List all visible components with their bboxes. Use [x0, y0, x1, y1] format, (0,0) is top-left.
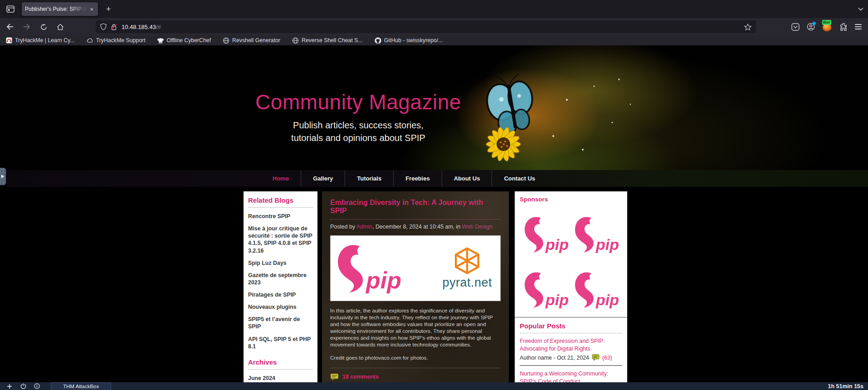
pyrat-logo: pyrat.net	[442, 247, 492, 290]
split-view-handle[interactable]	[0, 168, 6, 185]
article-title[interactable]: Embracing Diversity in Tech: A Journey w…	[330, 199, 501, 219]
page-viewport: Community Magazine Publish articles, suc…	[0, 45, 868, 382]
comment-count-link[interactable]: (63)	[602, 355, 612, 361]
info-icon[interactable]	[30, 383, 44, 389]
site-title: Community Magazine	[200, 90, 517, 114]
shield-icon[interactable]	[100, 23, 107, 30]
attackbox-tab[interactable]: THM AttackBox	[51, 382, 111, 390]
globe-icon	[223, 37, 229, 44]
tab-close-icon[interactable]: ×	[88, 6, 95, 13]
nav-item-freebies[interactable]: Freebies	[393, 170, 441, 187]
author-link[interactable]: Admin	[356, 224, 372, 230]
sponsors-heading: Sponsors	[520, 196, 622, 203]
sponsor-spip-logo[interactable]: pip	[521, 263, 571, 309]
menu-hamburger-icon[interactable]	[855, 24, 862, 29]
tab-title: Publisher's Pulse: SPIP Insigh	[25, 6, 88, 12]
related-blog-link[interactable]: API SQL, SPIP 5 et PHP 8.1	[248, 336, 313, 350]
bookmarks-bar: TryHackMe | Learn Cy... TryHackMe Suppor…	[0, 35, 868, 45]
bookmark-cyberchef[interactable]: Offline CyberChef	[157, 37, 211, 44]
popular-post-link[interactable]: Nurturing a Welcoming Community: SPIP's …	[520, 370, 622, 382]
attackbox-screen: Publisher's Pulse: SPIP Insigh × +	[0, 0, 868, 390]
article-credit: Credit goes to photovaco.com for photos.	[330, 355, 501, 361]
divider	[330, 368, 501, 368]
related-blog-link[interactable]: SPIP5 et l’avenir de SPIP	[248, 316, 313, 330]
nav-item-tutorials[interactable]: Tutorials	[345, 170, 393, 187]
comments-link[interactable]: 18 comments	[342, 374, 379, 380]
bookmark-github-swisskyrepo[interactable]: GitHub - swisskyrepo/...	[375, 37, 443, 44]
proxy-badge: Bur	[822, 20, 831, 25]
bookmark-star-icon[interactable]	[744, 24, 751, 30]
main-column: Embracing Diversity in Tech: A Journey w…	[322, 191, 509, 382]
pyrat-cube-icon	[453, 247, 481, 275]
add-tab-icon[interactable]	[3, 384, 16, 389]
tab-overflow-chevron-icon[interactable]	[858, 7, 863, 11]
firefox-view-icon[interactable]	[3, 3, 18, 15]
left-sidebar: Related Blogs Rencontre SPIP Mise à jour…	[244, 191, 317, 382]
site-tagline-line1: Publish articles, success stories,	[200, 119, 517, 132]
session-timer: 1h 51min 15s	[828, 383, 863, 390]
category-link[interactable]: Web Design	[462, 224, 493, 230]
browser-tab[interactable]: Publisher's Pulse: SPIP Insigh ×	[22, 2, 98, 16]
bookmark-revshell-generator[interactable]: Revshell Generator	[223, 37, 280, 44]
nav-item-gallery[interactable]: Gallery	[301, 170, 345, 187]
divider	[520, 333, 622, 333]
divider	[248, 369, 313, 370]
article-image: pip pyrat.net	[330, 235, 501, 301]
nav-item-home[interactable]: Home	[261, 170, 301, 187]
comment-bubble-icon	[592, 354, 600, 361]
cloud-icon	[87, 37, 93, 44]
related-blog-link[interactable]: Piratages de SPIP	[248, 291, 313, 298]
back-button[interactable]	[4, 20, 16, 33]
popular-post-link[interactable]: Freedom of Expression and SPIP: Advocati…	[520, 337, 622, 352]
related-blog-link[interactable]: Rencontre SPIP	[248, 213, 313, 220]
extensions-puzzle-icon[interactable]	[839, 23, 848, 31]
divider	[520, 365, 622, 366]
nav-item-about-us[interactable]: About Us	[442, 170, 492, 187]
browser-toolbar: 10.48.185.43/# Bur	[0, 18, 868, 35]
bookmark-tryhackme[interactable]: TryHackMe | Learn Cy...	[5, 37, 75, 44]
foxyproxy-icon[interactable]: Bur	[822, 22, 832, 32]
comment-bubble-icon	[330, 373, 339, 381]
article-card: Embracing Diversity in Tech: A Journey w…	[322, 191, 509, 382]
insecure-lock-icon[interactable]	[111, 24, 117, 30]
pocket-icon[interactable]	[791, 23, 800, 31]
url-bar[interactable]: 10.48.185.43/#	[96, 20, 756, 33]
reload-button[interactable]	[37, 20, 50, 33]
sponsor-spip-logo[interactable]: pip	[571, 263, 621, 309]
popular-posts-heading: Popular Posts	[520, 322, 622, 330]
bookmark-tryhackme-support[interactable]: TryHackMe Support	[87, 37, 146, 44]
new-tab-button[interactable]: +	[102, 4, 115, 15]
url-host: 10.48.185.43	[122, 24, 156, 30]
attackbox-taskbar: THM AttackBox 1h 51min 15s	[0, 382, 868, 390]
divider	[248, 207, 313, 208]
site-nav: Home Gallery Tutorials Freebies About Us…	[0, 170, 868, 187]
account-icon[interactable]	[807, 23, 815, 31]
forward-button[interactable]	[20, 20, 33, 33]
article-body: In this article, the author explores the…	[330, 307, 501, 349]
divider	[515, 317, 627, 317]
site-header: Community Magazine Publish articles, suc…	[0, 45, 868, 170]
archives-heading: Archives	[248, 358, 313, 366]
bookmark-reverse-shell-cheatsheet[interactable]: Reverse Shell Cheat S...	[292, 37, 363, 44]
nav-item-contact-us[interactable]: Contact Us	[492, 170, 547, 187]
home-button[interactable]	[54, 20, 67, 33]
related-blog-link[interactable]: Gazette de septembre 2023	[248, 272, 313, 286]
spip-logo: pip	[335, 243, 401, 294]
article-byline: Posted by Admin, December 8, 2024 at 10:…	[330, 224, 501, 230]
related-blog-link[interactable]: Nouveaux plugins	[248, 303, 313, 311]
chef-hat-icon	[157, 37, 164, 44]
site-tagline-line2: tutorials and opinions about SPIP	[200, 132, 517, 144]
archive-link[interactable]: June 2024	[248, 375, 313, 382]
sponsor-spip-logo[interactable]: pip	[521, 208, 571, 253]
right-sidebar: Sponsors pip pip pip pip Popular Posts F…	[515, 191, 627, 382]
related-blog-link[interactable]: Mise à jour critique de sécurité : sorti…	[248, 225, 313, 254]
account-notification-dot	[813, 22, 816, 25]
related-blog-link[interactable]: Spip Luz Days	[248, 259, 313, 267]
popular-post-meta: Author name - Oct 21, 2024 (63)	[520, 354, 622, 361]
sponsor-grid: pip pip pip pip	[520, 205, 622, 316]
sponsor-spip-logo[interactable]: pip	[571, 208, 621, 253]
globe-icon	[292, 37, 299, 44]
power-icon[interactable]	[16, 383, 30, 389]
github-icon	[375, 37, 381, 44]
url-path: /#	[156, 24, 161, 30]
